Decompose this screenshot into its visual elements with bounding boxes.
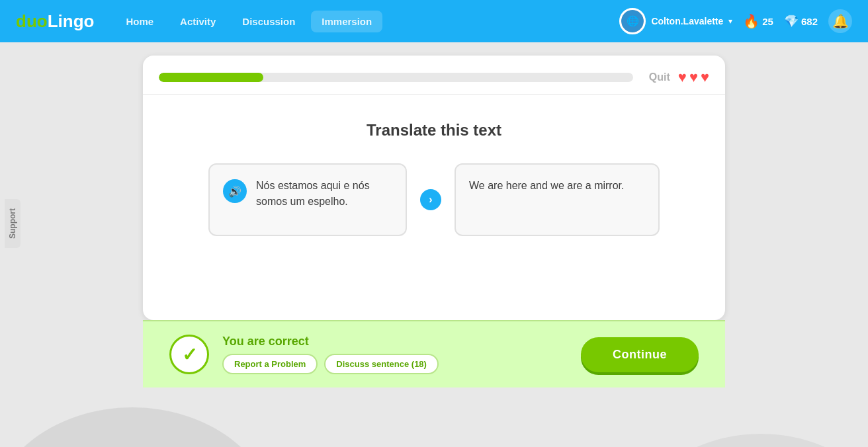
user-profile[interactable]: 🌐 Colton.Lavalette ▾ xyxy=(619,8,732,34)
quit-button[interactable]: Quit xyxy=(649,71,670,83)
nav-activity[interactable]: Activity xyxy=(169,11,226,32)
translate-section: Translate this text 🔊 Nós estamos aqui e… xyxy=(143,95,725,256)
lesson-card: Quit ♥ ♥ ♥ Translate this text 🔊 Nós est… xyxy=(143,56,725,320)
correct-actions: Report a Problem Discuss sentence (18) xyxy=(222,354,439,374)
discuss-sentence-button[interactable]: Discuss sentence (18) xyxy=(324,354,439,374)
username: Colton.Lavalette xyxy=(651,16,723,26)
translate-boxes: 🔊 Nós estamos aqui e nós somos um espelh… xyxy=(169,163,699,236)
nav-right: 🌐 Colton.Lavalette ▾ 🔥 25 💎 682 🔔 xyxy=(619,8,852,34)
chevron-down-icon: ▾ xyxy=(728,17,732,26)
translate-title: Translate this text xyxy=(169,121,699,140)
nav-links: Home Activity Discussion Immersion xyxy=(115,11,598,32)
target-box: We are here and we are a mirror. xyxy=(455,163,660,236)
logo: duoLingo xyxy=(16,11,94,32)
progress-fill xyxy=(159,73,263,82)
hearts-display: ♥ ♥ ♥ xyxy=(678,69,709,86)
gem-icon: 💎 xyxy=(784,14,799,28)
sound-button[interactable]: 🔊 xyxy=(223,179,247,203)
source-text: Nós estamos aqui e nós somos um espelho. xyxy=(256,178,392,210)
check-circle: ✓ xyxy=(169,335,209,374)
progress-bar xyxy=(159,73,633,82)
heart-1: ♥ xyxy=(678,69,687,86)
correct-info: You are correct Report a Problem Discuss… xyxy=(222,335,439,374)
support-tab[interactable]: Support xyxy=(5,199,21,248)
continue-button[interactable]: Continue xyxy=(581,337,699,372)
streak-counter: 🔥 25 xyxy=(743,13,773,29)
source-box: 🔊 Nós estamos aqui e nós somos um espelh… xyxy=(208,163,407,236)
nav-home[interactable]: Home xyxy=(115,11,164,32)
arrow-button[interactable]: › xyxy=(420,189,441,210)
heart-3: ♥ xyxy=(701,69,709,86)
correct-title: You are correct xyxy=(222,335,439,348)
navbar: duoLingo Home Activity Discussion Immers… xyxy=(0,0,868,42)
svg-point-3 xyxy=(629,434,868,447)
correct-left: ✓ You are correct Report a Problem Discu… xyxy=(169,335,439,374)
nav-immersion[interactable]: Immersion xyxy=(311,11,382,32)
target-text: We are here and we are a mirror. xyxy=(469,178,645,194)
avatar: 🌐 xyxy=(619,8,646,34)
main-content: Quit ♥ ♥ ♥ Translate this text 🔊 Nós est… xyxy=(0,42,868,387)
svg-point-2 xyxy=(0,407,278,447)
heart-2: ♥ xyxy=(689,69,698,86)
nav-discussion[interactable]: Discussion xyxy=(232,11,306,32)
report-problem-button[interactable]: Report a Problem xyxy=(222,354,318,374)
checkmark-icon: ✓ xyxy=(182,344,197,366)
notification-bell[interactable]: 🔔 xyxy=(828,9,852,33)
speaker-icon: 🔊 xyxy=(228,185,241,198)
gem-counter: 💎 682 xyxy=(784,14,818,28)
svg-text:🌐: 🌐 xyxy=(627,15,639,27)
gem-count: 682 xyxy=(801,16,818,27)
flame-icon: 🔥 xyxy=(743,13,760,29)
streak-count: 25 xyxy=(762,16,773,27)
correct-banner: ✓ You are correct Report a Problem Discu… xyxy=(143,320,725,387)
progress-section: Quit ♥ ♥ ♥ xyxy=(143,56,725,95)
